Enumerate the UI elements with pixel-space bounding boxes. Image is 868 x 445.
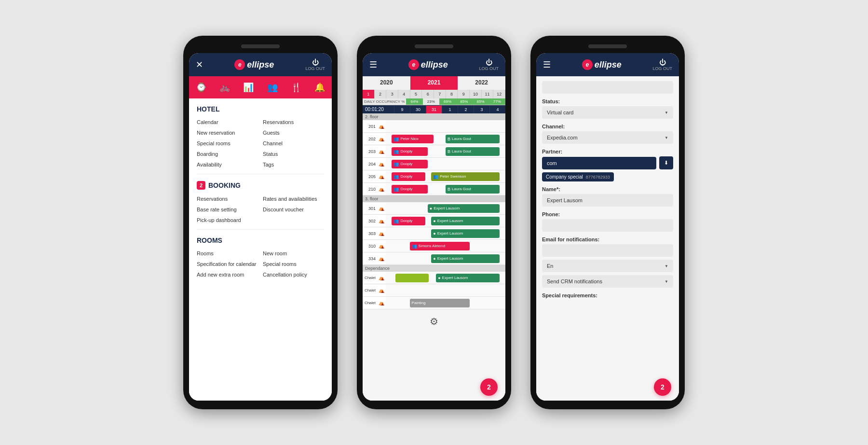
month-11[interactable]: 11 bbox=[482, 90, 494, 98]
res-dooply-302[interactable]: 👥Dooply bbox=[392, 217, 425, 225]
menu-item-availability[interactable]: Availability bbox=[197, 160, 258, 169]
menu-item-special-rooms[interactable]: Special rooms bbox=[197, 139, 258, 148]
year-tab-2020[interactable]: 2020 bbox=[363, 76, 410, 90]
res-laura-gout-203[interactable]: BLaura Gout bbox=[446, 147, 500, 156]
res-expert-303[interactable]: ●Expert Lausom bbox=[431, 229, 499, 238]
partner-input[interactable] bbox=[542, 157, 656, 169]
month-9[interactable]: 9 bbox=[458, 90, 470, 98]
res-simons-almond[interactable]: 👥Simons Almond bbox=[410, 242, 470, 250]
phone-2-header: ☰ e ellipse ⏻ LOG OUT bbox=[363, 53, 505, 76]
room-icon-301: ⛺ bbox=[377, 206, 386, 211]
menu-item-discount[interactable]: Discount voucher bbox=[263, 205, 324, 214]
menu-item-add-extra[interactable]: Add new extra room bbox=[197, 270, 258, 279]
floating-badge-2[interactable]: 2 bbox=[480, 378, 498, 396]
name-input[interactable] bbox=[542, 194, 673, 207]
menu-item-base-rate[interactable]: Base rate setting bbox=[197, 205, 258, 214]
menu-item-new-room[interactable]: New room bbox=[263, 249, 324, 258]
res-laura-gout-210[interactable]: BLaura Gout bbox=[446, 185, 500, 194]
month-6[interactable]: 6 bbox=[422, 90, 434, 98]
status-label: Status: bbox=[542, 98, 673, 104]
menu-item-spec-cal[interactable]: Specification for calendar bbox=[197, 260, 258, 268]
res-chalet-olive[interactable] bbox=[395, 274, 429, 282]
time-2[interactable]: 2 bbox=[458, 106, 474, 113]
month-1[interactable]: 1 bbox=[363, 90, 375, 98]
language-select[interactable]: En bbox=[542, 260, 673, 272]
menu-item-booking-reservations[interactable]: Reservations bbox=[197, 195, 258, 203]
menu-item-status[interactable]: Status bbox=[263, 150, 324, 158]
month-4[interactable]: 4 bbox=[398, 90, 410, 98]
res-dooply-205[interactable]: 👥Dooply bbox=[392, 172, 425, 181]
menu-item-special-rooms-2[interactable]: Special rooms bbox=[263, 260, 324, 268]
time-30[interactable]: 30 bbox=[410, 106, 426, 113]
month-8[interactable]: 8 bbox=[446, 90, 458, 98]
menu-item-rates[interactable]: Rates and availabilities bbox=[263, 195, 324, 203]
occ-69: 69% bbox=[439, 98, 456, 105]
res-expert-301[interactable]: ●Expert Lausom bbox=[428, 204, 500, 213]
month-2[interactable]: 2 bbox=[375, 90, 387, 98]
res-dooply-204[interactable]: 👥Dooply bbox=[392, 160, 427, 168]
time-4[interactable]: 4 bbox=[489, 106, 505, 113]
menu-icon[interactable]: ☰ bbox=[369, 60, 377, 69]
top-search-input[interactable] bbox=[542, 81, 673, 94]
phone-input[interactable] bbox=[542, 219, 673, 232]
year-tab-2021[interactable]: 2021 bbox=[410, 76, 458, 90]
menu-item-cancellation[interactable]: Cancellation policy bbox=[263, 270, 324, 279]
time-1[interactable]: 1 bbox=[442, 106, 458, 113]
channel-select[interactable]: Expedia.com bbox=[542, 131, 673, 144]
res-painting[interactable]: Painting bbox=[410, 299, 470, 307]
room-303: 303 ⛺ ●Expert Lausom bbox=[363, 227, 505, 240]
logo-text-3: ellipse bbox=[595, 60, 622, 70]
month-12[interactable]: 12 bbox=[493, 90, 505, 98]
room-chalet-2: Chalet ⛺ bbox=[363, 284, 505, 297]
month-10[interactable]: 10 bbox=[470, 90, 482, 98]
logout-button-3[interactable]: ⏻ LOG OUT bbox=[652, 58, 672, 71]
nav-icon-food[interactable]: 🍴 bbox=[291, 82, 301, 93]
menu-icon-3[interactable]: ☰ bbox=[543, 60, 551, 69]
nav-icon-bell[interactable]: 🔔 bbox=[314, 82, 325, 93]
settings-icon[interactable]: ⚙ bbox=[430, 316, 438, 327]
nav-icon-bike[interactable]: 🚲 bbox=[219, 82, 230, 93]
crm-select[interactable]: Send CRM notifications bbox=[542, 275, 673, 288]
menu-item-channel[interactable]: Channel bbox=[263, 139, 324, 148]
month-3[interactable]: 3 bbox=[386, 90, 398, 98]
menu-item-calendar[interactable]: Calendar bbox=[197, 118, 258, 126]
company-tag-label: Company special bbox=[546, 174, 583, 180]
res-laura-gout-202[interactable]: BLaura Gout bbox=[446, 135, 500, 143]
res-expert-334[interactable]: ●Expert Lausom bbox=[431, 254, 499, 263]
nav-icon-time[interactable]: ⌚ bbox=[196, 82, 206, 93]
res-expert-chalet1[interactable]: ●Expert Lausom bbox=[436, 274, 499, 282]
status-select[interactable]: Virtual card bbox=[542, 106, 673, 119]
menu-item-pickup[interactable]: Pick-up dashboard bbox=[197, 216, 258, 224]
booking-menu-grid: Reservations Rates and availabilities Ba… bbox=[197, 195, 324, 224]
menu-item-boarding[interactable]: Boarding bbox=[197, 150, 258, 158]
email-input[interactable] bbox=[542, 244, 673, 257]
month-5[interactable]: 5 bbox=[410, 90, 422, 98]
room-num-chalet-3: Chalet bbox=[363, 300, 377, 306]
logo-icon-2: e bbox=[408, 59, 419, 70]
logout-button-2[interactable]: ⏻ LOG OUT bbox=[479, 58, 499, 71]
phone-2-screen: ☰ e ellipse ⏻ LOG OUT 2020 2021 2022 1 2… bbox=[363, 53, 505, 401]
res-peter-swenson[interactable]: 👥Peter Swenson bbox=[431, 172, 499, 181]
phone-1-header: ✕ e ellipse ⏻ LOG OUT bbox=[189, 53, 332, 76]
res-dooply-210[interactable]: 👥Dooply bbox=[392, 185, 427, 194]
res-expert-302[interactable]: ●Expert Lausom bbox=[431, 217, 499, 225]
time-3[interactable]: 3 bbox=[474, 106, 489, 113]
time-9[interactable]: 9 bbox=[394, 106, 410, 113]
room-icon-203: ⛺ bbox=[377, 149, 386, 154]
menu-item-rooms[interactable]: Rooms bbox=[197, 249, 258, 258]
res-peter-nico[interactable]: 👥Peter Nico bbox=[392, 135, 434, 143]
floating-badge-3[interactable]: 2 bbox=[654, 378, 671, 396]
res-dooply-203[interactable]: 👥Dooply bbox=[392, 147, 427, 156]
nav-icon-users[interactable]: 👥 bbox=[267, 82, 278, 93]
nav-icon-chart[interactable]: 📊 bbox=[243, 82, 254, 93]
menu-item-reservations[interactable]: Reservations bbox=[263, 118, 324, 126]
menu-item-guests[interactable]: Guests bbox=[263, 128, 324, 137]
logout-button[interactable]: ⏻ LOG OUT bbox=[305, 58, 325, 71]
time-31[interactable]: 31 bbox=[426, 106, 442, 113]
menu-item-new-reservation[interactable]: New reservation bbox=[197, 128, 258, 137]
year-tab-2022[interactable]: 2022 bbox=[458, 76, 505, 90]
partner-download-button[interactable]: ⬇ bbox=[659, 156, 673, 169]
menu-item-tags[interactable]: Tags bbox=[263, 160, 324, 169]
month-7[interactable]: 7 bbox=[434, 90, 446, 98]
close-icon[interactable]: ✕ bbox=[196, 59, 203, 70]
